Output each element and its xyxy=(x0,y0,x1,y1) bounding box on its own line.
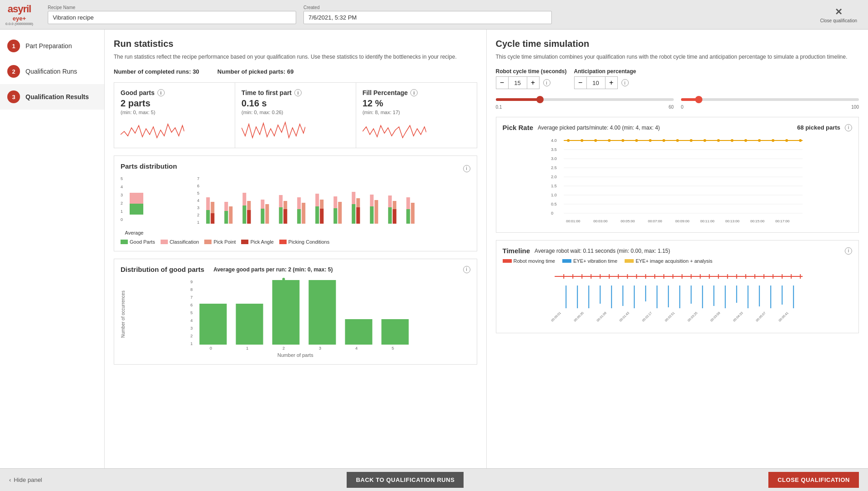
dist-good-info-icon[interactable]: i xyxy=(463,266,470,273)
hide-panel-button[interactable]: ‹ Hide panel xyxy=(9,476,42,483)
svg-text:00:01:00: 00:01:00 xyxy=(566,219,580,223)
good-parts-sparkline xyxy=(121,119,184,141)
good-parts-info-icon[interactable]: i xyxy=(157,89,165,96)
svg-point-108 xyxy=(676,139,679,142)
svg-point-112 xyxy=(731,139,733,142)
svg-text:4: 4 xyxy=(121,185,123,189)
time-first-part-info-icon[interactable]: i xyxy=(294,89,302,96)
svg-text:4.0: 4.0 xyxy=(551,138,557,143)
sidebar-item-qualification-results[interactable]: 3 Qualification Results xyxy=(0,84,104,110)
svg-rect-18 xyxy=(211,213,214,224)
anticipation-value: 10 xyxy=(587,76,605,89)
sidebar-item-part-preparation[interactable]: 1 Part Preparation xyxy=(0,33,104,59)
svg-text:8: 8 xyxy=(190,287,192,292)
close-qualification-button-bottom[interactable]: CLOSE QUALIFICATION xyxy=(768,472,859,488)
pick-rate-card: Pick Rate Average picked parts/minute: 4… xyxy=(496,117,859,233)
svg-rect-32 xyxy=(283,209,287,224)
pick-rate-info-icon[interactable]: i xyxy=(845,124,852,131)
svg-text:1.0: 1.0 xyxy=(551,193,557,197)
svg-text:2.0: 2.0 xyxy=(551,175,557,179)
robot-cycle-value: 15 xyxy=(509,76,527,89)
slider2-max: 100 xyxy=(851,105,859,110)
cycle-time-title: Cycle time simulation xyxy=(496,39,859,49)
timeline-stats: Average robot wait: 0.11 seconds (min: 0… xyxy=(535,248,670,254)
svg-rect-49 xyxy=(374,200,378,224)
dist-good-header: Distribution of good parts Average good … xyxy=(121,266,470,273)
sidebar-label-3: Qualification Results xyxy=(25,93,89,100)
close-qualification-button[interactable]: ✕ Close qualification xyxy=(815,3,863,27)
anticipation-control: Anticipation percentage − 10 + i xyxy=(574,68,636,89)
slider1-thumb[interactable] xyxy=(536,96,544,103)
svg-text:00:04:33: 00:04:33 xyxy=(732,311,743,322)
svg-rect-70 xyxy=(272,280,299,345)
topbar: asyril eye+ 0.0.0 (00000000) Recipe Name… xyxy=(0,0,868,30)
svg-rect-16 xyxy=(206,210,210,224)
svg-text:1: 1 xyxy=(190,341,192,346)
legend-picking-conditions: Picking Conditions xyxy=(279,239,330,245)
time-first-part-range: (min: 0, max: 0.26) xyxy=(242,110,349,115)
svg-rect-35 xyxy=(302,203,305,224)
slider1-track xyxy=(496,98,674,101)
tl-legend-color-robot xyxy=(503,259,512,263)
legend-label-good: Good Parts xyxy=(130,239,155,245)
slider2-thumb[interactable] xyxy=(695,96,702,103)
anticipation-decrement[interactable]: − xyxy=(574,76,587,89)
svg-rect-37 xyxy=(315,206,319,224)
tl-legend-label-image: EYE+ image acquisition + analysis xyxy=(636,258,712,264)
right-panel: Cycle time simulation This cycle time si… xyxy=(487,30,868,468)
legend-label-class: Classification xyxy=(170,239,199,245)
robot-cycle-info-icon[interactable]: i xyxy=(543,79,550,86)
x-axis-label: Number of parts xyxy=(121,352,470,358)
timeline-legend: Robot moving time EYE+ vibration time EY… xyxy=(503,258,853,264)
svg-text:6: 6 xyxy=(190,303,192,307)
anticipation-info-icon[interactable]: i xyxy=(621,79,629,86)
average-bar-svg: 5 4 3 2 1 0 xyxy=(121,175,148,229)
metric-cards: Good parts i 2 parts (min: 0, max: 5) Ti… xyxy=(114,82,477,148)
pick-rate-title: Pick Rate xyxy=(503,124,534,131)
anticipation-increment[interactable]: + xyxy=(605,76,618,89)
svg-text:4: 4 xyxy=(190,318,192,323)
tl-legend-color-image xyxy=(625,259,634,263)
recipe-name-label: Recipe Name xyxy=(48,5,296,10)
svg-rect-53 xyxy=(393,209,396,224)
svg-text:00:00:35: 00:00:35 xyxy=(573,311,584,322)
svg-text:00:07:00: 00:07:00 xyxy=(648,219,662,223)
fill-percentage-info-icon[interactable]: i xyxy=(410,89,418,96)
robot-cycle-decrement[interactable]: − xyxy=(496,76,509,89)
app-name: asyril xyxy=(8,3,31,15)
svg-rect-56 xyxy=(411,203,414,224)
bottom-bar: ‹ Hide panel BACK TO QUALIFICATION RUNS … xyxy=(0,468,868,491)
content-area: Run statistics The run statistics reflec… xyxy=(105,30,868,468)
svg-point-115 xyxy=(772,139,774,142)
tl-legend-label-vibration: EYE+ vibration time xyxy=(573,258,617,264)
content-inner: Run statistics The run statistics reflec… xyxy=(105,30,868,468)
svg-point-107 xyxy=(662,139,665,142)
svg-rect-39 xyxy=(320,209,323,224)
svg-text:1: 1 xyxy=(197,220,199,225)
svg-text:0: 0 xyxy=(210,346,212,351)
legend-color-picking xyxy=(279,240,287,244)
svg-text:4: 4 xyxy=(197,198,199,203)
slider1-labels: 0.1 60 xyxy=(496,105,674,110)
svg-text:7: 7 xyxy=(197,176,199,181)
run-stats-title: Run statistics xyxy=(114,39,477,49)
slider1-max: 60 xyxy=(669,105,674,110)
svg-text:00:03:25: 00:03:25 xyxy=(687,311,698,322)
svg-text:3: 3 xyxy=(197,205,199,210)
robot-cycle-increment[interactable]: + xyxy=(527,76,540,89)
parts-dist-info-icon[interactable]: i xyxy=(463,165,470,172)
app-logo: asyril eye+ 0.0.0 (00000000) xyxy=(5,3,33,26)
svg-rect-42 xyxy=(338,202,342,224)
svg-text:00:05:41: 00:05:41 xyxy=(778,311,789,322)
fill-percentage-range: (min: 8, max: 17) xyxy=(363,110,470,115)
svg-text:4: 4 xyxy=(355,346,358,351)
svg-text:9: 9 xyxy=(190,280,192,284)
svg-rect-48 xyxy=(370,206,373,224)
svg-rect-55 xyxy=(406,209,410,224)
cycle-time-desc: This cycle time simulation combines your… xyxy=(496,53,859,61)
timeline-info-icon[interactable]: i xyxy=(845,247,852,255)
sidebar-item-qualification-runs[interactable]: 2 Qualification Runs xyxy=(0,59,104,84)
legend-color-pick-point xyxy=(204,240,212,244)
back-to-qualification-runs-button[interactable]: BACK TO QUALIFICATION RUNS xyxy=(347,472,464,488)
metric-good-parts: Good parts i 2 parts (min: 0, max: 5) xyxy=(114,83,235,148)
